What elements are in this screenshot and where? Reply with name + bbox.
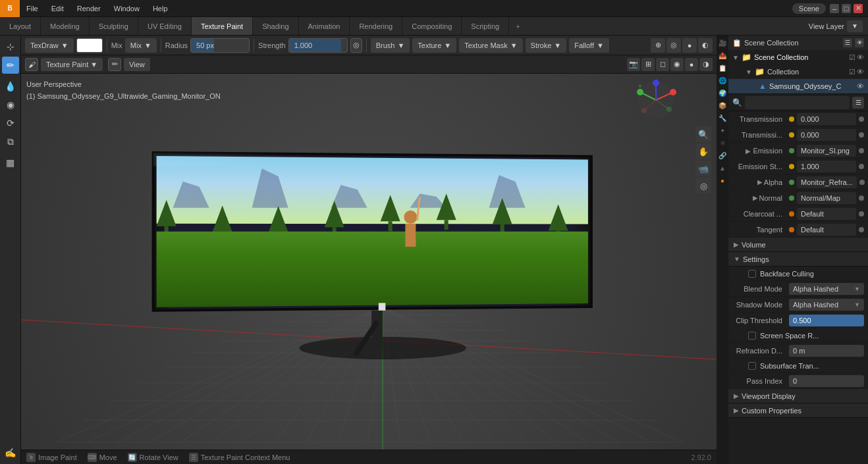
settings-section-header[interactable]: ▼ Settings [728, 252, 868, 267]
material-icon[interactable]: ● [717, 174, 728, 186]
normal-connect[interactable] [859, 195, 864, 201]
outliner-eye-btn[interactable]: 👁 [855, 38, 864, 47]
normal-expand[interactable]: ▶ [753, 194, 758, 201]
transmission-value[interactable]: 0.000 [797, 113, 856, 125]
draw-tool[interactable]: ✏ [2, 57, 19, 74]
viewport-display-section[interactable]: ▶ Viewport Display [728, 389, 868, 403]
falloff-btn[interactable]: Falloff ▼ [569, 38, 609, 53]
paint-mode-icon[interactable]: 🖌 [25, 58, 38, 71]
tangent-value[interactable]: Default [797, 224, 856, 236]
tab-layout[interactable]: Layout [0, 17, 41, 35]
object-prop-icon[interactable]: 📦 [717, 99, 728, 111]
render-icon[interactable]: 🎥 [717, 37, 728, 49]
restore-btn[interactable]: □ [842, 4, 851, 13]
blend-mode-dropdown[interactable]: Alpha Hashed ▼ [789, 283, 864, 295]
stroke-btn[interactable]: Stroke ▼ [526, 38, 567, 53]
add-workspace-button[interactable]: + [509, 17, 526, 35]
tab-sculpting[interactable]: Sculpting [90, 17, 138, 35]
tangent-connect[interactable] [859, 227, 864, 232]
scene-selector[interactable]: Scene [792, 3, 826, 14]
blender-logo[interactable]: B [0, 0, 20, 17]
screen-space-checkbox[interactable] [748, 332, 756, 340]
clearcoat-value[interactable]: Default [797, 208, 856, 220]
view-btn[interactable]: View [124, 58, 150, 71]
clip-threshold-field[interactable]: 0.500 [789, 315, 864, 326]
emission-connect[interactable] [859, 148, 864, 153]
minimize-btn[interactable]: – [830, 4, 839, 13]
strength-picker-btn[interactable]: ◎ [350, 38, 362, 53]
emission-expand[interactable]: ▶ [746, 147, 751, 155]
paint-mode-selector[interactable]: Texture Paint ▼ [41, 58, 103, 71]
collection-checkbox[interactable]: ☑ [849, 68, 855, 76]
constraints-icon[interactable]: 🔗 [717, 149, 728, 161]
custom-properties-section[interactable]: ▶ Custom Properties [728, 403, 868, 418]
menu-render[interactable]: Render [70, 0, 107, 16]
cursor-tool[interactable]: ⊹ [2, 38, 19, 55]
menu-edit[interactable]: Edit [45, 0, 70, 16]
camera-tool[interactable]: 📹 [695, 161, 711, 176]
scene-prop-icon[interactable]: 🌐 [717, 74, 728, 86]
subsurface-checkbox[interactable] [748, 362, 756, 370]
prop-search-input[interactable] [745, 96, 850, 109]
pass-index-field[interactable]: 0 [789, 375, 864, 387]
scene-collection-expand[interactable]: ▼ [732, 54, 739, 61]
emission-str-value[interactable]: 1.000 [797, 161, 856, 172]
tab-texture-paint[interactable]: Texture Paint [192, 17, 253, 35]
backface-culling-checkbox[interactable] [748, 270, 756, 278]
clearcoat-connect[interactable] [859, 211, 864, 217]
ortho-btn[interactable]: ⊞ [641, 58, 655, 71]
particles-icon[interactable]: ✦ [717, 124, 728, 136]
texture-mask-btn[interactable]: Texture Mask ▼ [459, 38, 522, 53]
tool-selector[interactable]: TexDraw ▼ [25, 38, 74, 53]
radius-slider[interactable]: 50 px [190, 38, 250, 53]
mix-selector[interactable]: Mix ▼ [125, 38, 157, 53]
view-layer-menu[interactable]: ▼ [847, 20, 863, 32]
alpha-connect[interactable] [859, 180, 865, 185]
camera-view-btn[interactable]: 📷 [627, 58, 640, 71]
object-item[interactable]: ▲ Samsung_Odyssey_C 👁 [728, 79, 868, 93]
tab-modeling[interactable]: Modeling [41, 17, 90, 35]
scene-collection-item[interactable]: ▼ 📁 Scene Collection ☑ 👁 [728, 50, 868, 64]
clone-tool[interactable]: ⧉ [2, 133, 19, 150]
prop-filter-btn[interactable]: ☰ [852, 97, 864, 109]
emission-str-connect[interactable] [859, 164, 864, 169]
viewport-gizmo[interactable]: X Y Z [635, 79, 677, 122]
solid-view-btn[interactable]: ● [685, 58, 698, 71]
data-icon[interactable]: ▲ [717, 162, 728, 174]
smear-tool[interactable]: ⟳ [2, 115, 19, 132]
physics-icon[interactable]: ⚛ [717, 137, 728, 149]
tab-rendering[interactable]: Rendering [350, 17, 402, 35]
scene-collection-eye[interactable]: 👁 [857, 53, 864, 62]
edit-btn[interactable]: ✏ [108, 58, 121, 71]
normal-value[interactable]: Normal/Map [797, 192, 856, 204]
tab-shading[interactable]: Shading [253, 17, 298, 35]
tab-animation[interactable]: Animation [299, 17, 350, 35]
xray-btn[interactable]: ◻ [656, 58, 669, 71]
render-view-btn[interactable]: ◉ [670, 58, 684, 71]
overlay-btn[interactable]: ◎ [666, 38, 681, 53]
modifier-icon[interactable]: 🔧 [717, 112, 728, 124]
refraction-d-field[interactable]: 0 m [789, 345, 864, 357]
tab-uv-editing[interactable]: UV Editing [138, 17, 192, 35]
gizmo-btn[interactable]: ⊕ [651, 38, 665, 53]
menu-window[interactable]: Window [107, 0, 146, 16]
menu-file[interactable]: File [20, 0, 45, 16]
output-icon[interactable]: 📤 [717, 49, 728, 61]
material-view-btn[interactable]: ◑ [699, 58, 713, 71]
transmission2-connect[interactable] [859, 132, 864, 138]
outliner-filter-btn[interactable]: ☰ [843, 38, 852, 47]
mask-tool[interactable]: ▦ [2, 154, 19, 171]
collection-item[interactable]: ▼ 📁 Collection ☑ 👁 [728, 64, 868, 79]
zoom-in-tool[interactable]: 🔍 [695, 126, 711, 142]
fill-tool[interactable]: 💧 [2, 78, 19, 95]
brush-btn[interactable]: Brush ▼ [371, 38, 410, 53]
close-btn[interactable]: ✕ [854, 4, 863, 13]
transmission2-value[interactable]: 0.000 [797, 129, 856, 141]
gradient-tool[interactable]: ◉ [2, 96, 19, 113]
alpha-expand[interactable]: ▶ [757, 178, 763, 186]
texture-btn[interactable]: Texture ▼ [412, 38, 456, 53]
view-layer-icon[interactable]: 📋 [717, 62, 728, 74]
annotate-tool[interactable]: ✍ [2, 444, 19, 461]
viewport[interactable]: User Perspective (1) Samsung_Odyssey_G9_… [21, 74, 717, 450]
collection-eye[interactable]: 👁 [857, 68, 864, 76]
